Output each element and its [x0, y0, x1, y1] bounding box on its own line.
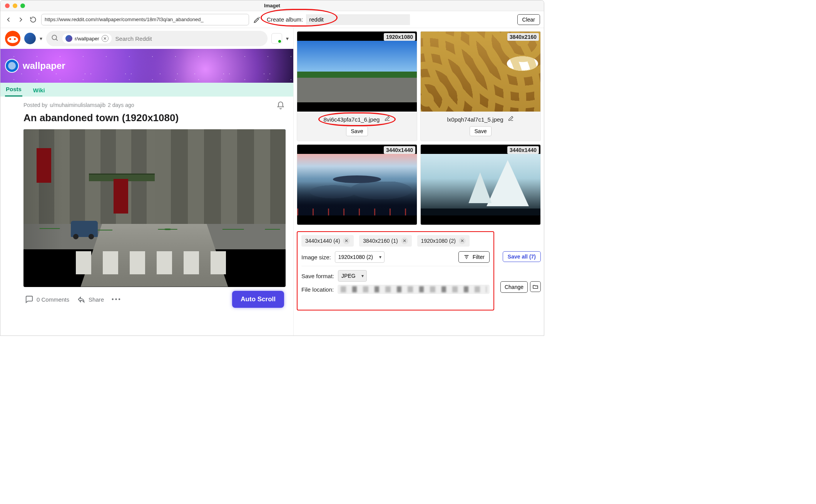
- search-placeholder: Search Reddit: [115, 35, 152, 42]
- save-thumbnail-button[interactable]: Save: [346, 126, 368, 136]
- chip-remove-icon[interactable]: ✕: [401, 237, 408, 244]
- image-size-label: Image size:: [301, 254, 331, 260]
- thumbnail-filename: 8vi6c43pfa7c1_6.jpeg: [324, 116, 380, 123]
- window-close-button[interactable]: [5, 3, 10, 8]
- tab-posts[interactable]: Posts: [5, 83, 22, 97]
- save-thumbnail-button[interactable]: Save: [470, 126, 492, 136]
- window-zoom-button[interactable]: [20, 3, 25, 8]
- subreddit-banner: wallpaper: [0, 49, 293, 83]
- post-title: An abandoned town (1920x1080): [23, 112, 286, 124]
- save-format-label: Save format:: [301, 273, 334, 279]
- thumbnail-filename: lx0pqh74al7c1_5.jpeg: [447, 116, 503, 123]
- size-chip: 1920x1080 (2)✕: [417, 235, 470, 247]
- search-scope-chip: r/wallpaper ✕: [62, 33, 112, 43]
- rename-icon[interactable]: [508, 115, 514, 123]
- scope-remove-icon[interactable]: ✕: [102, 35, 109, 42]
- thumbnail-dimensions: 3440x1440: [384, 146, 415, 154]
- clear-button[interactable]: Clear: [517, 14, 540, 25]
- create-album-input[interactable]: [306, 14, 410, 25]
- thumbnail-image[interactable]: 3840x2160: [421, 32, 540, 112]
- file-location-field[interactable]: [338, 285, 490, 294]
- url-text: https://www.reddit.com/r/wallpaper/comme…: [45, 17, 204, 22]
- user-menu-dropdown-icon[interactable]: ▾: [286, 35, 289, 42]
- comments-label: 0 Comments: [37, 296, 69, 303]
- reddit-header: ▾ r/wallpaper ✕ Search Reddit ▾: [0, 28, 293, 49]
- post-image[interactable]: [23, 129, 286, 287]
- open-folder-icon[interactable]: [530, 281, 541, 292]
- change-location-button[interactable]: Change: [500, 281, 528, 293]
- community-icon[interactable]: [24, 33, 36, 44]
- post-prefix: Posted by: [23, 102, 47, 108]
- size-chip: 3840x2160 (1)✕: [359, 235, 411, 247]
- size-chip: 3440x1440 (4)✕: [301, 235, 354, 247]
- search-icon: [51, 34, 59, 43]
- filter-button-label: Filter: [473, 254, 485, 260]
- back-button[interactable]: [4, 15, 13, 24]
- tab-wiki[interactable]: Wiki: [32, 84, 46, 97]
- auto-scroll-button[interactable]: Auto Scroll: [232, 291, 284, 308]
- scope-label: r/wallpaper: [75, 36, 99, 42]
- thumbnail-dimensions: 1920x1080: [384, 33, 415, 41]
- forward-button[interactable]: [17, 15, 25, 24]
- thumbnail-dimensions: 3840x2160: [507, 33, 539, 41]
- create-album: Create album:: [267, 14, 410, 25]
- save-all-button[interactable]: Save all (7): [503, 251, 541, 262]
- subreddit-tabs: Posts Wiki: [0, 83, 293, 97]
- reload-button[interactable]: [29, 15, 37, 24]
- share-button[interactable]: Share: [77, 295, 104, 304]
- thumbnail-dimensions: 3440x1440: [507, 146, 539, 154]
- url-bar[interactable]: https://www.reddit.com/r/wallpaper/comme…: [41, 14, 249, 25]
- thumbnail-image[interactable]: 3440x1440: [297, 145, 417, 225]
- thumbnail-card: 3440x1440: [420, 144, 541, 225]
- thumbnail-image[interactable]: 3440x1440: [421, 145, 540, 225]
- comments-button[interactable]: 0 Comments: [25, 295, 69, 304]
- window-titlebar: Imaget: [0, 0, 544, 11]
- thumbnail-image[interactable]: 1920x1080: [297, 32, 417, 112]
- notify-bell-icon[interactable]: [276, 101, 285, 111]
- chip-remove-icon[interactable]: ✕: [459, 237, 466, 244]
- thumbnail-card: 3440x1440: [297, 144, 417, 225]
- post: Posted by u/muhaiminulislamsajib 2 days …: [0, 97, 293, 314]
- community-dropdown-icon[interactable]: ▾: [40, 35, 42, 42]
- window-minimize-button[interactable]: [13, 3, 17, 8]
- thumbnail-grid: 1920x1080 8vi6c43pfa7c1_6.jpeg Save: [294, 28, 544, 228]
- scope-avatar-icon: [65, 35, 72, 42]
- window-title: Imaget: [0, 3, 544, 8]
- reddit-logo-icon[interactable]: [5, 31, 20, 46]
- reddit-search[interactable]: r/wallpaper ✕ Search Reddit: [46, 31, 268, 46]
- svg-point-0: [52, 35, 57, 40]
- image-size-select[interactable]: 1920x1080 (2): [335, 251, 385, 263]
- advertise-button[interactable]: [271, 33, 282, 44]
- filter-panel: 3440x1440 (4)✕ 3840x2160 (1)✕ 1920x1080 …: [294, 228, 544, 300]
- rename-icon[interactable]: [384, 115, 390, 123]
- embedded-page: ▾ r/wallpaper ✕ Search Reddit ▾: [0, 28, 294, 335]
- post-age: 2 days ago: [108, 102, 134, 108]
- file-location-label: File location:: [301, 286, 334, 293]
- chip-remove-icon[interactable]: ✕: [343, 237, 350, 244]
- thumbnail-card: 3840x2160 lx0pqh74al7c1_5.jpeg Save: [420, 31, 541, 141]
- post-actions: 0 Comments Share ••• Auto Scroll: [23, 287, 286, 312]
- share-label: Share: [89, 296, 104, 303]
- subreddit-avatar-icon: [5, 59, 19, 73]
- post-author[interactable]: u/muhaiminulislamsajib: [50, 102, 105, 108]
- browser-toolbar: https://www.reddit.com/r/wallpaper/comme…: [0, 11, 544, 28]
- create-album-label: Create album:: [267, 16, 303, 23]
- thumbnail-card: 1920x1080 8vi6c43pfa7c1_6.jpeg Save: [297, 31, 417, 141]
- more-actions-icon[interactable]: •••: [112, 296, 122, 303]
- save-format-select[interactable]: JPEG: [338, 270, 367, 282]
- imaget-panel: 1920x1080 8vi6c43pfa7c1_6.jpeg Save: [294, 28, 544, 335]
- size-chips: 3440x1440 (4)✕ 3840x2160 (1)✕ 1920x1080 …: [301, 235, 490, 247]
- picker-icon[interactable]: [253, 15, 261, 24]
- subreddit-name: wallpaper: [23, 60, 65, 71]
- filter-button[interactable]: Filter: [458, 251, 490, 263]
